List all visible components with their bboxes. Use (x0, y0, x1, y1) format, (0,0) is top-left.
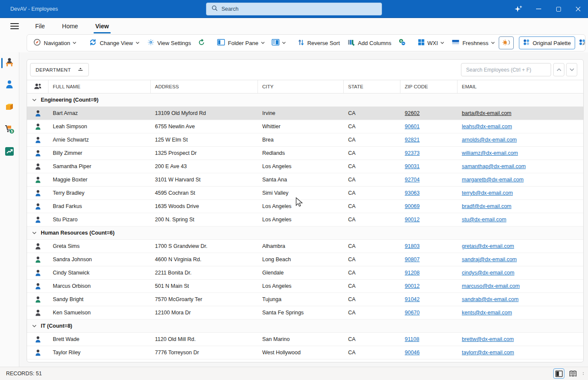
email-link[interactable]: barta@dx-email.com (462, 110, 512, 116)
split-view-button[interactable] (553, 368, 564, 379)
email-link[interactable]: marcuso@dx-email.com (462, 283, 520, 289)
minimize-button[interactable] (529, 0, 549, 18)
search-previous-button[interactable] (553, 63, 564, 76)
column-header-state[interactable]: STATE (344, 80, 400, 93)
hamburger-menu-icon[interactable] (10, 23, 19, 29)
column-header-full-name[interactable]: FULL NAME (48, 80, 151, 93)
email-link[interactable]: stu@dx-email.com (462, 217, 506, 223)
email-link[interactable]: williamz@dx-email.com (462, 150, 518, 156)
email-link[interactable]: terryb@dx-email.com (462, 190, 513, 196)
table-row[interactable]: Cindy Stanwick2211 Bonita Dr.GlendaleCA9… (27, 266, 583, 280)
table-row[interactable]: Sandy Bright7570 McGroarty TerTujungaCA9… (27, 293, 583, 306)
column-header-email[interactable]: EMAIL (458, 80, 583, 93)
table-row[interactable]: Greta Sims1700 S Grandview Dr.AlhambraCA… (27, 240, 583, 253)
email-link[interactable]: leahs@dx-email.com (462, 124, 512, 130)
tab-file[interactable]: File (34, 20, 46, 32)
view-settings-button[interactable]: View Settings (143, 36, 195, 49)
table-row[interactable]: Maggie Boxter3101 W Harvard StSanta AnaC… (27, 173, 583, 187)
freshness-palette-button[interactable]: Freshness (448, 36, 499, 49)
zip-code-link[interactable]: 90807 (405, 256, 420, 262)
reset-view-button[interactable] (195, 36, 208, 49)
group-chevron-down-icon[interactable] (32, 99, 36, 102)
zip-code-link[interactable]: 92602 (405, 110, 420, 116)
group-chevron-down-icon[interactable] (32, 232, 36, 235)
table-row[interactable]: Ken Samuelson12100 Mora DrSanta Fe Sprin… (27, 306, 583, 320)
table-row[interactable]: Leah Simpson6755 Newlin AveWhittierCA906… (27, 120, 583, 133)
zip-code-link[interactable]: 91108 (405, 336, 419, 342)
table-row[interactable]: Stu Pizaro200 N. Spring StLos AngelesCA9… (27, 213, 583, 226)
email-link[interactable]: brettw@dx-email.com (462, 336, 514, 342)
global-search-input[interactable]: Search (206, 3, 382, 15)
folder-pane-button[interactable]: Folder Pane (213, 36, 269, 49)
group-row[interactable]: Human Resources (Count=6) (27, 226, 583, 240)
expand-collapse-groups-button[interactable] (395, 36, 409, 49)
zip-code-link[interactable]: 91042 (405, 296, 420, 302)
zip-code-link[interactable]: 91803 (405, 243, 420, 249)
zip-code-link[interactable]: 93063 (405, 190, 420, 196)
close-button[interactable] (568, 0, 588, 18)
email-link[interactable]: kents@dx-email.com (462, 310, 512, 316)
sidebar-item-employees[interactable] (0, 56, 19, 70)
group-row[interactable]: IT (Count=8) (27, 320, 583, 333)
maximize-button[interactable] (549, 0, 568, 18)
email-link[interactable]: samanthap@dx-email.com (462, 163, 526, 169)
zip-code-link[interactable]: 92821 (405, 137, 420, 143)
zip-code-link[interactable]: 90601 (405, 124, 420, 130)
column-header-city[interactable]: CITY (258, 80, 344, 93)
navigation-button[interactable]: Navigation (30, 36, 80, 49)
table-row[interactable]: Marcus Orbison501 N Main StLos AngelesCA… (27, 280, 583, 293)
search-next-button[interactable] (566, 63, 577, 76)
email-link[interactable]: taylorr@dx-email.com (462, 350, 514, 356)
zip-code-link[interactable]: 90069 (405, 203, 420, 209)
people-column-icon[interactable] (27, 80, 48, 93)
email-link[interactable]: sandrab@dx-email.com (462, 296, 518, 302)
reading-view-button[interactable] (567, 368, 579, 379)
email-link[interactable]: arnolds@dx-email.com (462, 137, 517, 143)
zip-code-link[interactable]: 90031 (405, 163, 420, 169)
zip-code-link[interactable]: 91208 (405, 270, 420, 276)
resize-grip[interactable] (583, 372, 584, 375)
table-row[interactable]: Bart Arnaz13109 Old Myford RdIrvineCA926… (27, 107, 583, 120)
table-row[interactable]: Brett Wade1120 Old Mill Rd.San MarinoCA9… (27, 333, 583, 346)
table-row[interactable]: Taylor Riley7776 Torreyson DrWest Hollyw… (27, 346, 583, 359)
add-columns-button[interactable]: Add Columns (344, 36, 395, 49)
sidebar-item-products[interactable] (0, 100, 19, 115)
email-link[interactable]: cindys@dx-email.com (462, 270, 514, 276)
zip-code-link[interactable]: 90670 (405, 310, 420, 316)
light-dark-mode-toggle[interactable] (499, 36, 514, 49)
table-row[interactable]: Billy Zimmer1325 Prospect DrRedlandsCA92… (27, 147, 583, 160)
group-row[interactable]: Engineering (Count=9) (27, 93, 583, 107)
column-header-address[interactable]: ADDRESS (151, 80, 258, 93)
tab-view[interactable]: View (94, 20, 110, 32)
zip-code-link[interactable]: 90046 (405, 350, 420, 356)
table-row[interactable]: Sandra Johnson4600 N Virginia Rd.Long Be… (27, 253, 583, 266)
wxi-skin-button[interactable]: WXI (414, 36, 449, 49)
group-chevron-down-icon[interactable] (32, 325, 36, 328)
ai-sparkle-icon[interactable] (509, 0, 529, 18)
table-row[interactable]: Samantha Piper200 E Ave 43Los AngelesCA9… (27, 160, 583, 173)
change-view-button[interactable]: Change View (85, 36, 143, 49)
email-link[interactable]: gretas@dx-email.com (462, 243, 514, 249)
original-palette-button[interactable]: Original Palette (519, 36, 575, 49)
column-header-zip-code[interactable]: ZIP CODE (400, 80, 458, 93)
zip-code-link[interactable]: 92704 (405, 177, 420, 183)
sidebar-item-customers[interactable] (0, 78, 19, 93)
tab-home[interactable]: Home (61, 20, 79, 32)
table-row[interactable]: Arnie Schwartz125 W Elm StBreaCA92821arn… (27, 133, 583, 147)
add-columns-icon (348, 39, 355, 47)
email-link[interactable]: bradf@dx-email.com (462, 203, 512, 209)
employee-search-input[interactable]: Search Employees (Ctrl + F) (461, 63, 551, 76)
sidebar-item-analysis[interactable] (0, 145, 19, 160)
email-link[interactable]: sandraj@dx-email.com (462, 256, 517, 262)
zip-code-link[interactable]: 90012 (405, 217, 420, 223)
zip-code-link[interactable]: 90012 (405, 283, 420, 289)
system-accent-color-button[interactable]: System Accent Color (575, 36, 585, 49)
zip-code-link[interactable]: 92373 (405, 150, 420, 156)
email-link[interactable]: margaretb@dx-email.com (462, 177, 524, 183)
reverse-sort-button[interactable]: Reverse Sort (294, 36, 344, 49)
sidebar-item-sales[interactable]: $ (0, 123, 19, 137)
department-group-button[interactable]: DEPARTMENT (30, 63, 89, 76)
table-row[interactable]: Terry Bradley4595 Cochran StSimi ValleyC… (27, 187, 583, 200)
reading-pane-button[interactable] (269, 36, 289, 49)
table-row[interactable]: Brad Farkus1635 Woods DriveLos AngelesCA… (27, 200, 583, 213)
